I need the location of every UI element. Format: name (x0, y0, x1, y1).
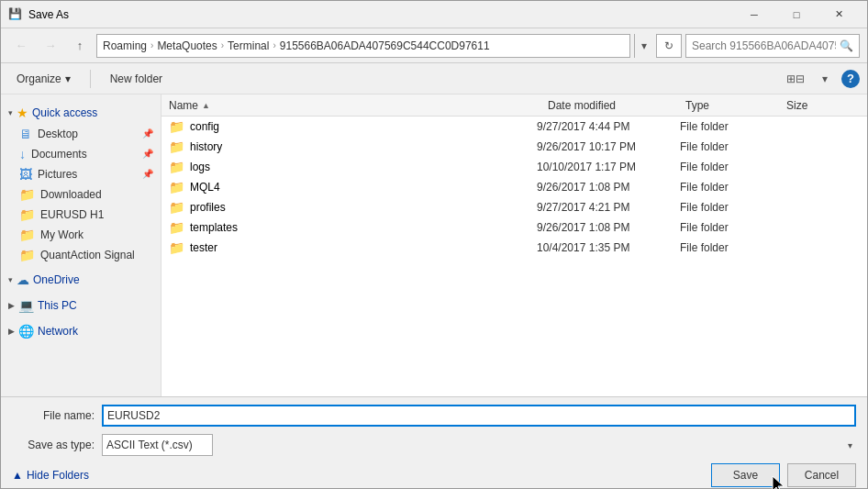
file-name-text: history (190, 140, 222, 153)
file-folder-icon: 📁 (169, 139, 184, 154)
save-as-dialog: 💾 Save As ─ □ ✕ ← → ↑ Roaming › MetaQuot… (0, 0, 868, 489)
saveas-label: Save as type: (12, 439, 95, 451)
organize-button[interactable]: Organize ▾ (8, 67, 79, 91)
path-dropdown-button[interactable]: ▾ (634, 34, 652, 58)
hide-folders-button[interactable]: ▲ Hide Folders (12, 469, 89, 482)
file-folder-icon: 📁 (169, 180, 184, 194)
search-input[interactable] (692, 39, 836, 52)
column-header-name[interactable]: Name ▲ (169, 99, 548, 112)
table-row[interactable]: 📁 tester 10/4/2017 1:35 PM File folder (161, 238, 867, 258)
path-part-4: 915566BA06ADA407569C544CC0D97611 (280, 39, 490, 52)
view-dropdown-button[interactable]: ▾ (812, 67, 838, 91)
path-part-3: Terminal (228, 39, 269, 52)
maximize-button[interactable]: □ (775, 1, 818, 28)
hide-folders-label: Hide Folders (27, 469, 89, 482)
file-date-cell: 10/10/2017 1:17 PM (537, 161, 674, 173)
saveas-dropdown-icon: ▾ (848, 440, 852, 450)
sidebar-item-eurusd[interactable]: 📁 EURUSD H1 (1, 205, 161, 225)
hide-folders-chevron-icon: ▲ (12, 469, 23, 482)
save-button[interactable]: Save (711, 463, 780, 487)
path-sep-3: › (273, 40, 275, 50)
network-label: Network (38, 325, 78, 338)
up-button[interactable]: ↑ (67, 33, 93, 59)
sidebar-item-quantaction[interactable]: 📁 QuantAction Signal (1, 245, 161, 265)
file-date-cell: 9/26/2017 1:08 PM (537, 221, 674, 234)
documents-folder-icon: ↓ (19, 147, 26, 161)
path-content: Roaming › MetaQuotes › Terminal › 915566… (103, 39, 490, 52)
search-icon: 🔍 (840, 39, 853, 52)
table-row[interactable]: 📁 profiles 9/27/2017 4:21 PM File folder (161, 197, 867, 217)
minimize-button[interactable]: ─ (733, 1, 775, 28)
organize-label: Organize (17, 72, 61, 85)
file-name-cell: 📁 logs (169, 160, 531, 174)
address-path[interactable]: Roaming › MetaQuotes › Terminal › 915566… (96, 34, 630, 58)
column-header-date[interactable]: Date modified (548, 99, 685, 112)
table-row[interactable]: 📁 history 9/26/2017 10:17 PM File folder (161, 137, 867, 157)
file-type-cell: File folder (680, 221, 781, 234)
onedrive-chevron-icon: ▾ (8, 275, 13, 284)
sidebar-item-downloaded[interactable]: 📁 Downloaded (1, 184, 161, 205)
file-name-text: logs (190, 161, 210, 173)
table-row[interactable]: 📁 config 9/27/2017 4:44 PM File folder (161, 117, 867, 137)
toolbar-right: ⊞⊟ ▾ ? (783, 67, 860, 91)
file-list-header: Name ▲ Date modified Type Size (161, 94, 867, 117)
sort-arrow-icon: ▲ (202, 101, 210, 110)
dialog-icon: 💾 (8, 7, 23, 22)
network-chevron-icon: ▶ (8, 327, 15, 336)
addressbar: ← → ↑ Roaming › MetaQuotes › Terminal › … (1, 28, 867, 63)
col-type-label: Type (685, 99, 709, 112)
file-folder-icon: 📁 (169, 160, 184, 174)
onedrive-header[interactable]: ▾ ☁ OneDrive (1, 269, 161, 291)
filename-input[interactable] (102, 405, 856, 427)
view-toggle-button[interactable]: ⊞⊟ (783, 67, 808, 91)
quantaction-folder-icon: 📁 (19, 248, 35, 262)
desktop-folder-icon: 🖥 (19, 127, 32, 141)
sidebar-item-eurusd-label: EURUSD H1 (40, 208, 104, 221)
sidebar-item-documents[interactable]: ↓ Documents 📌 (1, 144, 161, 164)
documents-pin-icon: 📌 (142, 149, 153, 160)
saveas-select[interactable]: ASCII Text (*.csv) (102, 434, 213, 456)
sidebar-item-mywork[interactable]: 📁 My Work (1, 225, 161, 245)
network-header[interactable]: ▶ 🌐 Network (1, 320, 161, 342)
file-name-cell: 📁 config (169, 119, 531, 134)
search-box[interactable]: 🔍 (685, 34, 860, 58)
file-type-cell: File folder (680, 181, 781, 194)
sidebar-item-mywork-label: My Work (40, 228, 83, 241)
dialog-title: Save As (28, 8, 733, 21)
file-date-cell: 9/26/2017 1:08 PM (537, 181, 674, 194)
network-icon: 🌐 (18, 324, 34, 339)
filename-label: File name: (12, 409, 95, 422)
saveas-select-wrapper: ASCII Text (*.csv) ▾ (102, 434, 856, 456)
table-row[interactable]: 📁 templates 9/26/2017 1:08 PM File folde… (161, 217, 867, 238)
sidebar-item-desktop[interactable]: 🖥 Desktop 📌 (1, 124, 161, 144)
save-button-wrapper: Save (711, 463, 780, 487)
new-folder-button[interactable]: New folder (102, 67, 171, 91)
file-name-cell: 📁 tester (169, 240, 531, 255)
file-date-cell: 9/26/2017 10:17 PM (537, 140, 674, 153)
table-row[interactable]: 📁 logs 10/10/2017 1:17 PM File folder (161, 157, 867, 177)
bottom-buttons: ▲ Hide Folders Save Cancel (12, 463, 856, 487)
table-row[interactable]: 📁 MQL4 9/26/2017 1:08 PM File folder (161, 177, 867, 197)
sidebar-item-documents-label: Documents (31, 148, 87, 161)
refresh-button[interactable]: ↻ (656, 34, 682, 58)
column-header-type[interactable]: Type (685, 99, 786, 112)
sidebar-item-pictures[interactable]: 🖼 Pictures 📌 (1, 164, 161, 184)
file-rows: 📁 config 9/27/2017 4:44 PM File folder 📁… (161, 117, 867, 396)
file-name-text: tester (190, 241, 217, 254)
close-button[interactable]: ✕ (818, 1, 860, 28)
back-button[interactable]: ← (8, 33, 34, 59)
quick-access-header[interactable]: ▾ ★ Quick access (1, 102, 161, 124)
cancel-button[interactable]: Cancel (787, 463, 856, 487)
path-part-2: MetaQuotes (157, 39, 217, 52)
forward-button[interactable]: → (38, 33, 63, 59)
file-date-cell: 9/27/2017 4:44 PM (537, 120, 674, 133)
sidebar-item-quantaction-label: QuantAction Signal (40, 249, 135, 261)
column-header-size[interactable]: Size (786, 99, 860, 112)
toolbar-separator (90, 70, 91, 88)
titlebar: 💾 Save As ─ □ ✕ (1, 1, 867, 28)
file-type-cell: File folder (680, 201, 781, 214)
thispc-header[interactable]: ▶ 💻 This PC (1, 295, 161, 317)
help-button[interactable]: ? (841, 70, 860, 88)
thispc-label: This PC (38, 299, 77, 312)
thispc-chevron-icon: ▶ (8, 301, 15, 310)
